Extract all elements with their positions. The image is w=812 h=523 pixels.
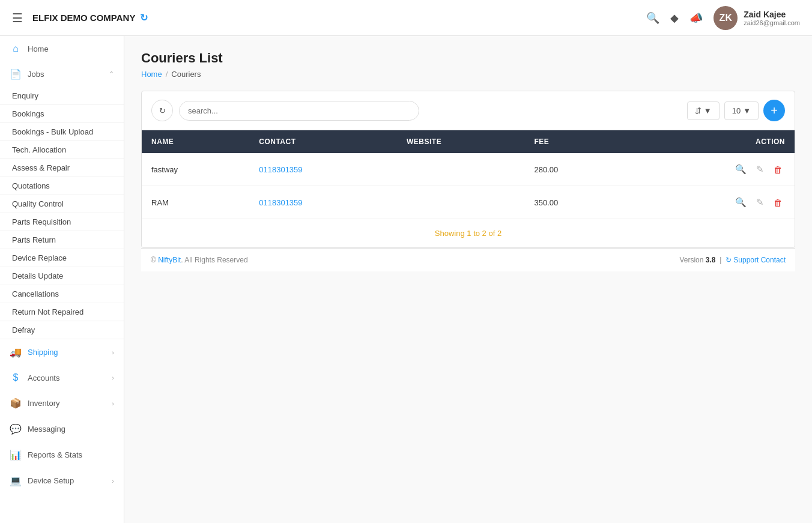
sidebar-item-accounts[interactable]: $ Accounts › (0, 365, 124, 390)
sidebar-item-shipping[interactable]: 🚚 Shipping › (0, 339, 124, 365)
shipping-chevron-right-icon: › (112, 349, 114, 356)
sidebar-accounts-label: Accounts (28, 373, 106, 382)
sidebar-item-home[interactable]: ⌂ Home (0, 36, 124, 61)
breadcrumb-current: Couriers (171, 70, 201, 79)
shipping-icon: 🚚 (10, 346, 22, 358)
refresh-icon[interactable]: ↻ (140, 12, 148, 23)
sidebar-item-details-update[interactable]: Details Update (0, 267, 124, 285)
jobs-icon: 📄 (10, 68, 22, 80)
messaging-icon: 💬 (10, 423, 22, 435)
sidebar-item-parts-requisition[interactable]: Parts Requisition (0, 213, 124, 231)
cell-name: RAM (142, 186, 249, 219)
cell-contact: 0118301359 (249, 153, 397, 186)
col-contact: CONTACT (249, 130, 397, 153)
sort-button[interactable]: ⇵ ▼ (687, 101, 720, 120)
table-row: RAM 0118301359 350.00 🔍 ✎ 🗑 (142, 186, 795, 219)
footer: © NiftyBit. All Rights Reserved Version … (141, 248, 795, 271)
bookmark-icon[interactable]: ◆ (670, 11, 679, 25)
cell-name: fastway (142, 153, 249, 186)
toolbar-right: ⇵ ▼ 10 ▼ + (687, 100, 785, 121)
user-info: Zaid Kajee zaid26@gmail.com (744, 10, 800, 26)
home-icon: ⌂ (10, 43, 22, 54)
sidebar-item-device-replace[interactable]: Device Replace (0, 249, 124, 267)
per-page-value: 10 (732, 106, 741, 115)
delete-icon[interactable]: 🗑 (771, 162, 785, 177)
per-page-button[interactable]: 10 ▼ (724, 101, 759, 120)
top-navbar: ☰ ELFIX DEMO COMPANY ↻ 🔍 ◆ 📣 ZK Zaid Kaj… (0, 0, 812, 36)
breadcrumb: Home / Couriers (141, 70, 795, 79)
avatar: ZK (714, 6, 738, 30)
sidebar-item-messaging[interactable]: 💬 Messaging (0, 416, 124, 442)
refresh-button[interactable]: ↻ (151, 100, 173, 121)
accounts-icon: $ (10, 372, 22, 383)
cell-fee: 350.00 (524, 186, 626, 219)
footer-version: Version 3.8 | ↻ Support Contact (679, 256, 786, 264)
footer-copyright: © NiftyBit. All Rights Reserved (151, 256, 248, 264)
col-name: NAME (142, 130, 249, 153)
col-fee: FEE (524, 130, 626, 153)
sidebar-item-inventory[interactable]: 📦 Inventory › (0, 390, 124, 416)
sidebar-item-bookings-bulk[interactable]: Bookings - Bulk Upload (0, 123, 124, 141)
edit-icon[interactable]: ✎ (754, 162, 766, 177)
jobs-label: Jobs (28, 70, 44, 79)
breadcrumb-home[interactable]: Home (141, 70, 162, 79)
sidebar-item-jobs[interactable]: 📄 Jobs ⌃ (0, 61, 124, 87)
sidebar-item-reports[interactable]: 📊 Reports & Stats (0, 442, 124, 468)
sidebar-item-enquiry[interactable]: Enquiry (0, 87, 124, 105)
sidebar-home-label: Home (28, 44, 114, 53)
sidebar-reports-label: Reports & Stats (28, 450, 114, 459)
view-icon[interactable]: 🔍 (733, 162, 749, 177)
sidebar-item-parts-return[interactable]: Parts Return (0, 231, 124, 249)
company-name: ELFIX DEMO COMPANY ↻ (32, 12, 148, 23)
sidebar: ⌂ Home 📄 Jobs ⌃ Enquiry Bookings Booking… (0, 36, 124, 523)
page-title: Couriers List (141, 50, 795, 66)
footer-niftybit-link[interactable]: NiftyBit (158, 256, 181, 264)
content-card: ↻ ⇵ ▼ 10 ▼ + NAME (141, 91, 795, 248)
cell-actions: 🔍 ✎ 🗑 (626, 153, 795, 186)
sidebar-item-cancellations[interactable]: Cancellations (0, 285, 124, 303)
main-content: Couriers List Home / Couriers ↻ ⇵ ▼ 10 ▼ (124, 36, 812, 523)
cell-actions: 🔍 ✎ 🗑 (626, 186, 795, 219)
hamburger-menu[interactable]: ☰ (12, 11, 23, 25)
col-website: WEBSITE (397, 130, 524, 153)
sidebar-item-quality-control[interactable]: Quality Control (0, 195, 124, 213)
sidebar-item-quotations[interactable]: Quotations (0, 177, 124, 195)
cell-website (397, 186, 524, 219)
reports-icon: 📊 (10, 449, 22, 461)
user-profile[interactable]: ZK Zaid Kajee zaid26@gmail.com (714, 6, 800, 30)
inventory-icon: 📦 (10, 398, 22, 409)
sidebar-item-defray[interactable]: Defray (0, 321, 124, 339)
sidebar-shipping-label: Shipping (28, 348, 106, 357)
sidebar-item-device-setup[interactable]: 💻 Device Setup › (0, 468, 124, 494)
couriers-table: NAME CONTACT WEBSITE FEE ACTION fastway … (142, 130, 795, 219)
notification-icon[interactable]: 📣 (689, 11, 703, 25)
search-icon[interactable]: 🔍 (646, 11, 659, 25)
topnav-right: 🔍 ◆ 📣 ZK Zaid Kajee zaid26@gmail.com (646, 6, 800, 30)
view-icon[interactable]: 🔍 (733, 195, 749, 210)
col-action: ACTION (626, 130, 795, 153)
device-setup-chevron-right-icon: › (112, 477, 114, 485)
support-contact-link[interactable]: ↻ Support Contact (726, 256, 786, 264)
sidebar-device-setup-label: Device Setup (28, 476, 106, 485)
sidebar-item-assess-repair[interactable]: Assess & Repair (0, 159, 124, 177)
table-header-row: NAME CONTACT WEBSITE FEE ACTION (142, 130, 795, 153)
version-number: 3.8 (706, 256, 716, 264)
delete-icon[interactable]: 🗑 (771, 195, 785, 210)
sidebar-item-bookings[interactable]: Bookings (0, 105, 124, 123)
toolbar: ↻ ⇵ ▼ 10 ▼ + (142, 91, 795, 130)
add-button[interactable]: + (763, 100, 785, 121)
search-input[interactable] (179, 101, 419, 121)
device-setup-icon: 💻 (10, 475, 22, 486)
breadcrumb-separator: / (166, 70, 168, 79)
jobs-chevron-up-icon: ⌃ (109, 70, 114, 78)
cell-fee: 280.00 (524, 153, 626, 186)
pagination-info: Showing 1 to 2 of 2 (142, 219, 795, 247)
cell-website (397, 153, 524, 186)
sidebar-messaging-label: Messaging (28, 425, 114, 434)
inventory-chevron-right-icon: › (112, 400, 114, 407)
sidebar-inventory-label: Inventory (28, 399, 106, 408)
edit-icon[interactable]: ✎ (754, 195, 766, 210)
sidebar-item-tech-allocation[interactable]: Tech. Allocation (0, 141, 124, 159)
table-row: fastway 0118301359 280.00 🔍 ✎ 🗑 (142, 153, 795, 186)
sidebar-item-return-not-repaired[interactable]: Return Not Repaired (0, 303, 124, 321)
